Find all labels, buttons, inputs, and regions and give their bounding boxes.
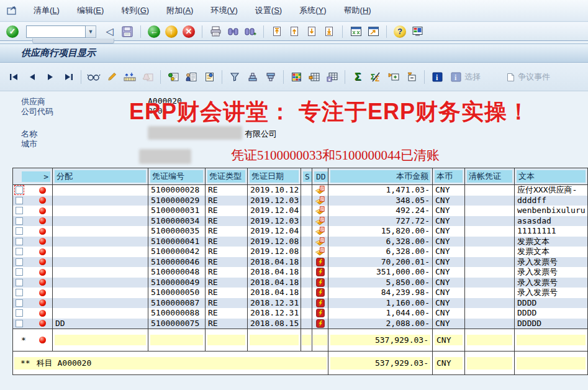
row-checkbox[interactable] bbox=[16, 197, 23, 204]
menu-item[interactable]: 系统(Y) bbox=[291, 2, 335, 19]
clearing-document-cell[interactable] bbox=[465, 216, 515, 227]
row-checkbox[interactable] bbox=[16, 248, 23, 255]
column-header[interactable]: 凭证编号 bbox=[150, 170, 203, 183]
menu-item[interactable]: 环境(V) bbox=[202, 2, 246, 19]
text-cell[interactable]: 录入发票号 bbox=[515, 278, 587, 288]
document-number-cell[interactable]: 5100000087 bbox=[148, 298, 206, 309]
create-shortcut-button[interactable] bbox=[366, 25, 381, 39]
document-type-cell[interactable]: RE bbox=[206, 257, 248, 268]
document-date-cell[interactable]: 2019.12.08 bbox=[248, 237, 301, 247]
document-date-cell[interactable]: 2018.04.18 bbox=[248, 288, 301, 298]
amount-cell[interactable]: 1,471.03- bbox=[328, 185, 433, 196]
filter-icon[interactable] bbox=[227, 70, 243, 84]
currency-cell[interactable]: CNY bbox=[433, 298, 465, 309]
info-button[interactable]: i bbox=[429, 70, 445, 84]
amount-cell[interactable]: 2,088.00- bbox=[328, 319, 433, 329]
document-number-cell[interactable]: 5100000034 bbox=[148, 216, 206, 227]
currency-cell[interactable]: CNY bbox=[433, 226, 465, 237]
currency-cell[interactable]: CNY bbox=[433, 267, 465, 278]
document-type-cell[interactable]: RE bbox=[206, 278, 248, 288]
last-page-button[interactable] bbox=[322, 25, 337, 39]
assignment-cell[interactable] bbox=[53, 196, 148, 206]
menu-item[interactable]: 转到(G) bbox=[112, 2, 158, 19]
text-cell[interactable]: ddddff bbox=[515, 196, 587, 206]
currency-cell[interactable]: CNY bbox=[433, 308, 465, 319]
menu-item[interactable]: 清单(L) bbox=[25, 2, 68, 19]
cancel-button[interactable]: ✕ bbox=[181, 25, 196, 39]
document-date-cell[interactable]: 2018.12.31 bbox=[248, 308, 301, 319]
currency-cell[interactable]: CNY bbox=[433, 206, 465, 216]
clearing-document-cell[interactable] bbox=[465, 206, 515, 216]
clearing-document-cell[interactable] bbox=[465, 298, 515, 309]
amount-cell[interactable]: 6,328.00- bbox=[328, 247, 433, 257]
document-number-cell[interactable]: 5100000031 bbox=[148, 206, 206, 216]
row-checkbox[interactable] bbox=[16, 258, 23, 266]
text-cell[interactable]: 录入发票号 bbox=[515, 257, 587, 268]
back-arrow-icon[interactable]: ◁ bbox=[102, 25, 117, 39]
amount-cell[interactable]: 70,200.01- bbox=[328, 257, 433, 268]
text-cell[interactable]: 录入发票号 bbox=[515, 267, 587, 278]
document-type-cell[interactable]: RE bbox=[206, 185, 248, 196]
document-date-cell[interactable]: 2018.04.18 bbox=[248, 278, 301, 288]
document-number-cell[interactable]: 5100000075 bbox=[148, 319, 206, 329]
column-header[interactable]: > bbox=[22, 171, 50, 182]
document-number-cell[interactable]: 5100000041 bbox=[148, 237, 206, 247]
mass-change-icon[interactable] bbox=[122, 70, 138, 84]
clearing-document-cell[interactable] bbox=[465, 267, 515, 278]
row-checkbox[interactable] bbox=[16, 227, 23, 235]
assignment-cell[interactable] bbox=[53, 237, 148, 247]
document-date-cell[interactable]: 2019.12.04 bbox=[248, 206, 301, 216]
document-date-cell[interactable]: 2019.12.03 bbox=[248, 196, 301, 206]
text-cell[interactable]: 应付XXX供应商- bbox=[515, 185, 587, 196]
amount-cell[interactable]: 84,239.98- bbox=[328, 288, 433, 298]
document-type-cell[interactable]: RE bbox=[206, 206, 248, 216]
document-number-cell[interactable]: 5100000049 bbox=[148, 278, 206, 288]
currency-cell[interactable]: CNY bbox=[433, 319, 465, 329]
assignment-cell[interactable] bbox=[53, 257, 148, 268]
menu-item[interactable]: 设置(S) bbox=[247, 2, 291, 19]
document-type-cell[interactable]: RE bbox=[206, 226, 248, 237]
display-document-icon[interactable] bbox=[165, 70, 181, 84]
document-date-cell[interactable]: 2018.04.18 bbox=[248, 267, 301, 278]
text-cell[interactable]: DDDD bbox=[515, 308, 587, 319]
assignment-cell[interactable] bbox=[53, 247, 148, 257]
document-type-cell[interactable]: RE bbox=[206, 267, 248, 278]
assignment-cell[interactable]: DD bbox=[53, 319, 148, 329]
previous-item-button[interactable] bbox=[24, 70, 40, 84]
collapse-icon[interactable] bbox=[404, 70, 420, 84]
command-field-dropdown-icon[interactable]: ▼ bbox=[86, 25, 96, 38]
amount-cell[interactable]: 5,850.00- bbox=[328, 278, 433, 288]
document-number-cell[interactable]: 5100000035 bbox=[148, 226, 206, 237]
document-type-cell[interactable]: RE bbox=[206, 247, 248, 257]
row-checkbox[interactable] bbox=[16, 289, 23, 296]
clearing-document-cell[interactable] bbox=[465, 237, 515, 247]
column-header[interactable]: 凭证日期 bbox=[250, 170, 299, 183]
clearing-document-cell[interactable] bbox=[465, 308, 515, 319]
assignment-cell[interactable] bbox=[53, 216, 148, 227]
clearing-document-cell[interactable] bbox=[465, 257, 515, 268]
currency-cell[interactable]: CNY bbox=[433, 196, 465, 206]
currency-cell[interactable]: CNY bbox=[433, 257, 465, 268]
row-checkbox[interactable] bbox=[16, 320, 23, 327]
assignment-cell[interactable] bbox=[53, 185, 148, 196]
text-cell[interactable]: 录入发票号 bbox=[515, 288, 587, 298]
document-number-cell[interactable]: 5100000088 bbox=[148, 308, 206, 319]
document-number-cell[interactable]: 5100000050 bbox=[148, 288, 206, 298]
currency-cell[interactable]: CNY bbox=[433, 237, 465, 247]
screen-control-icon[interactable] bbox=[5, 4, 20, 17]
customize-layout-button[interactable] bbox=[410, 25, 425, 39]
assignment-cell[interactable] bbox=[53, 278, 148, 288]
currency-cell[interactable]: CNY bbox=[433, 185, 465, 196]
change-layout-icon[interactable] bbox=[306, 70, 322, 84]
print-button[interactable] bbox=[208, 25, 223, 39]
row-checkbox[interactable] bbox=[16, 309, 23, 317]
page-up-button[interactable] bbox=[287, 25, 302, 39]
document-type-cell[interactable]: RE bbox=[206, 308, 248, 319]
column-header[interactable]: 分配 bbox=[55, 170, 146, 183]
clearing-document-cell[interactable] bbox=[465, 226, 515, 237]
amount-cell[interactable]: 492.24- bbox=[328, 206, 433, 216]
find-button[interactable] bbox=[225, 25, 240, 39]
last-item-button[interactable] bbox=[60, 70, 76, 84]
save-button[interactable] bbox=[120, 25, 135, 39]
subtotal-icon[interactable]: ΣΣ bbox=[368, 70, 384, 84]
